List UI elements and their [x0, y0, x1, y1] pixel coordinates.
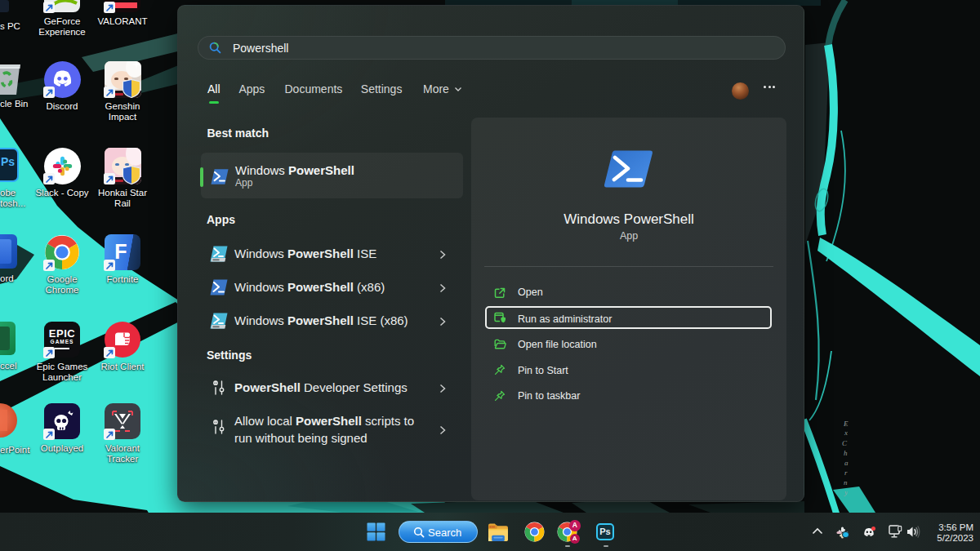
svg-text:r: r — [844, 469, 848, 477]
svg-text:x: x — [844, 429, 848, 437]
svg-text:n: n — [844, 478, 848, 487]
svg-text:y: y — [844, 488, 848, 496]
svg-text:E: E — [843, 420, 849, 428]
svg-text:C: C — [842, 439, 848, 447]
svg-text:h: h — [844, 449, 848, 457]
svg-text:a: a — [844, 459, 849, 467]
